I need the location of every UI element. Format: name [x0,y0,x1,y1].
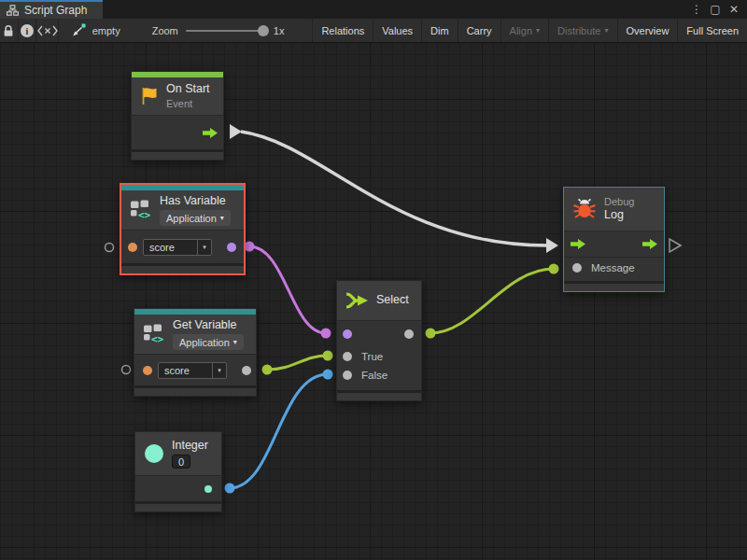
node-title: Integer [172,439,208,454]
graph-canvas[interactable]: On Start Event <> [0,43,747,560]
info-icon: i [20,23,35,38]
node-title: Select [376,293,409,308]
false-input-port[interactable] [343,371,352,380]
flow-input-port[interactable] [571,239,585,249]
condition-input-port[interactable] [343,329,352,339]
bug-icon [572,198,597,220]
wire-has-variable-to-select-condition [249,246,326,333]
integer-icon [144,443,164,464]
wire-cap [323,351,333,361]
wire-cap [225,483,235,494]
carry-button[interactable]: Carry [458,19,501,42]
svg-text:i: i [26,25,29,35]
variable-name-dropdown[interactable]: score ▾ [158,362,227,379]
variable-scope-dropdown[interactable]: Application ▾ [160,210,231,226]
variable-scope-dropdown[interactable]: Application ▾ [173,334,244,350]
caret-down-icon: ▾ [233,339,237,346]
info-button[interactable]: i [19,19,37,42]
fullscreen-button[interactable]: Full Screen [678,19,747,42]
distribute-dropdown: Distribute ▾ [549,19,617,42]
wire-cap [549,264,559,274]
port-label: False [361,370,388,381]
selection-cursor-icon [72,23,87,37]
window-controls: ⋮ ▢ ✕ [689,0,747,19]
node-footer [121,263,244,273]
node-integer[interactable]: Integer 0 [134,431,222,512]
tab-script-graph[interactable]: Script Graph [0,0,103,19]
node-debug-log[interactable]: Debug Log Message [563,187,665,292]
wire-select-to-debug-message [430,269,554,333]
graph-icon [7,5,19,16]
unconnected-port-ring [106,244,114,252]
message-input-port[interactable] [572,263,582,273]
node-footer [134,385,256,396]
wire-on-start-to-debug-flow [241,132,547,245]
flow-output-port[interactable] [203,128,218,138]
wire-cap [321,329,331,339]
result-output-port[interactable] [404,329,414,339]
script-graph-window: Script Graph ⋮ ▢ ✕ i [0,0,747,560]
selection-label: empty [92,25,120,36]
variable-name-input-port[interactable] [128,243,137,252]
node-subtitle: Event [166,97,210,110]
caret-down-icon: ▾ [212,363,226,378]
bool-output-port[interactable] [227,243,236,252]
tab-bar: Script Graph ⋮ ▢ ✕ [0,0,747,19]
value-output-port[interactable] [242,366,251,375]
unconnected-flow-triangle [669,239,681,252]
node-footer [135,501,221,511]
zoom-control: Zoom 1x [130,19,294,42]
caret-down-icon: ▾ [220,215,224,222]
node-has-variable[interactable]: <> Has Variable Application ▾ score ▾ [120,183,246,275]
align-dropdown: Align ▾ [501,19,549,42]
zoom-slider-track[interactable] [186,30,264,32]
integer-value-field[interactable]: 0 [172,455,190,469]
port-label: True [361,351,383,362]
dim-button[interactable]: Dim [422,19,458,42]
wire-cap [262,365,273,375]
node-footer [337,390,421,400]
node-footer [132,149,223,160]
values-button[interactable]: Values [374,19,422,42]
variable-name-input-port[interactable] [143,366,152,375]
node-on-start[interactable]: On Start Event [131,71,224,161]
window-maximize-icon[interactable]: ▢ [708,2,723,17]
svg-text:<>: <> [138,209,151,221]
select-merge-icon [345,291,369,310]
zoom-label: Zoom [152,25,178,36]
node-category: Debug [604,195,634,208]
lock-icon [3,24,14,37]
window-close-icon[interactable]: ✕ [726,2,741,17]
flow-output-port[interactable] [642,239,657,249]
node-select[interactable]: Select True False [336,280,422,401]
overview-button[interactable]: Overview [618,19,679,42]
window-menu-icon[interactable]: ⋮ [689,2,704,17]
caret-down-icon: ▾ [197,240,211,255]
code-brackets-icon [37,25,58,36]
node-title: On Start [166,82,210,97]
flag-icon [140,86,159,106]
toolbar: i empty Zoom 1x [0,19,747,43]
variable-name-dropdown[interactable]: score ▾ [143,239,212,256]
wire-cap [245,242,255,252]
caret-down-icon: ▾ [605,27,609,35]
wire-cap [323,370,333,380]
wire-cap [546,238,558,253]
true-input-port[interactable] [343,352,352,361]
relations-button[interactable]: Relations [312,19,374,42]
node-get-variable[interactable]: <> Get Variable Application ▾ score ▾ [134,308,257,397]
selection-status: empty [59,19,130,42]
int-output-port[interactable] [204,485,212,493]
node-title: Get Variable [173,318,244,333]
node-title: Log [604,208,634,223]
lock-button[interactable] [0,19,19,42]
node-title: Has Variable [160,194,231,209]
variables-icon: <> [130,200,152,220]
node-footer [564,281,664,291]
zoom-slider-knob[interactable] [258,25,269,36]
svg-text:<>: <> [151,333,164,345]
wire-cap [426,329,436,339]
tab-title: Script Graph [24,4,87,17]
wire-get-variable-to-select-true [267,356,328,370]
code-view-button[interactable] [36,19,58,42]
